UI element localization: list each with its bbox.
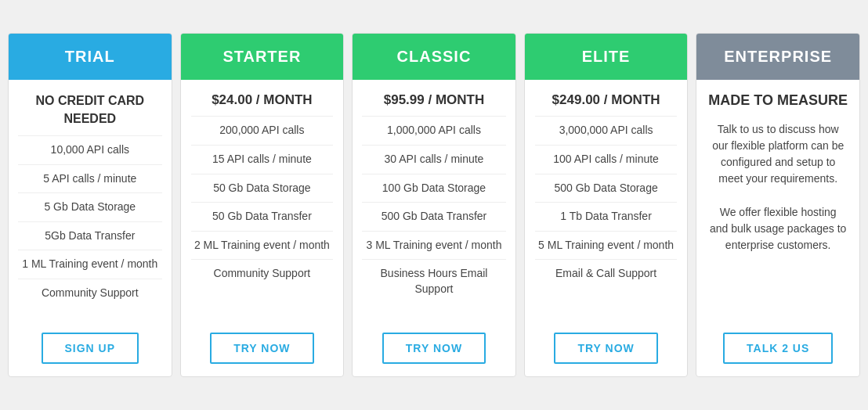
enterprise-talk2us-button[interactable]: TALK 2 US bbox=[723, 333, 833, 364]
classic-price: $95.99 / MONTH bbox=[384, 92, 485, 108]
starter-feature-6: Community Support bbox=[191, 259, 333, 288]
enterprise-desc2: We offer flexible hosting and bulk usage… bbox=[706, 200, 850, 258]
elite-button-area: TRY NOW bbox=[525, 320, 688, 376]
elite-feature-6: Email & Call Support bbox=[535, 259, 677, 288]
plan-card-elite: ELITE $249.00 / MONTH 3,000,000 API call… bbox=[524, 33, 689, 376]
classic-feature-4: 500 Gb Data Transfer bbox=[362, 202, 506, 231]
classic-feature-5: 3 ML Training event / month bbox=[362, 231, 506, 260]
elite-feature-1: 3,000,000 API calls bbox=[535, 116, 677, 145]
plan-header-classic: CLASSIC bbox=[353, 34, 515, 80]
trial-feature-1: 10,000 API calls bbox=[18, 135, 162, 164]
plan-card-classic: CLASSIC $95.99 / MONTH 1,000,000 API cal… bbox=[352, 33, 516, 376]
pricing-container: TRIAL NO CREDIT CARD NEEDED 10,000 API c… bbox=[8, 33, 860, 376]
classic-feature-2: 30 API calls / minute bbox=[362, 145, 506, 174]
trial-feature-6: Community Support bbox=[18, 279, 162, 308]
trial-feature-2: 5 API calls / minute bbox=[18, 164, 162, 193]
plan-card-trial: TRIAL NO CREDIT CARD NEEDED 10,000 API c… bbox=[8, 33, 172, 376]
starter-feature-5: 2 ML Training event / month bbox=[191, 231, 333, 260]
plan-card-enterprise: ENTERPRISE MADE TO MEASURE Talk to us to… bbox=[696, 33, 860, 376]
trial-no-credit: NO CREDIT CARD NEEDED bbox=[18, 92, 162, 128]
plan-header-trial: TRIAL bbox=[9, 34, 172, 80]
starter-feature-1: 200,000 API calls bbox=[191, 116, 333, 145]
elite-price: $249.00 / MONTH bbox=[552, 92, 660, 108]
starter-price: $24.00 / MONTH bbox=[212, 92, 313, 108]
elite-feature-4: 1 Tb Data Transfer bbox=[535, 202, 677, 231]
classic-feature-6: Business Hours Email Support bbox=[362, 259, 506, 303]
plan-body-elite: $249.00 / MONTH 3,000,000 API calls 100 … bbox=[526, 80, 686, 319]
enterprise-desc1: Talk to us to discuss how our flexible p… bbox=[706, 117, 850, 192]
elite-trynow-button[interactable]: TRY NOW bbox=[554, 333, 657, 364]
elite-feature-5: 5 ML Training event / month bbox=[535, 231, 677, 260]
elite-feature-2: 100 API calls / minute bbox=[535, 145, 677, 174]
starter-trynow-button[interactable]: TRY NOW bbox=[210, 333, 313, 364]
elite-feature-3: 500 Gb Data Storage bbox=[535, 174, 677, 203]
plan-body-trial: NO CREDIT CARD NEEDED 10,000 API calls 5… bbox=[9, 80, 172, 319]
starter-feature-3: 50 Gb Data Storage bbox=[191, 174, 333, 203]
classic-button-area: TRY NOW bbox=[353, 320, 515, 376]
classic-trynow-button[interactable]: TRY NOW bbox=[382, 333, 486, 364]
enterprise-button-area: TALK 2 US bbox=[696, 320, 859, 376]
plan-header-starter: STARTER bbox=[181, 34, 344, 80]
starter-feature-2: 15 API calls / minute bbox=[191, 145, 333, 174]
trial-feature-4: 5Gb Data Transfer bbox=[18, 221, 162, 250]
trial-button-area: SIGN UP bbox=[9, 320, 172, 376]
trial-feature-3: 5 Gb Data Storage bbox=[18, 192, 162, 221]
starter-feature-4: 50 Gb Data Transfer bbox=[191, 202, 333, 231]
plan-header-enterprise: ENTERPRISE bbox=[696, 34, 859, 80]
plan-body-classic: $95.99 / MONTH 1,000,000 API calls 30 AP… bbox=[353, 80, 515, 319]
trial-feature-5: 1 ML Training event / month bbox=[18, 250, 162, 279]
enterprise-title: MADE TO MEASURE bbox=[708, 92, 848, 109]
classic-feature-3: 100 Gb Data Storage bbox=[362, 174, 506, 203]
trial-signup-button[interactable]: SIGN UP bbox=[42, 333, 139, 364]
plan-body-starter: $24.00 / MONTH 200,000 API calls 15 API … bbox=[182, 80, 342, 319]
classic-feature-1: 1,000,000 API calls bbox=[362, 116, 506, 145]
plan-card-starter: STARTER $24.00 / MONTH 200,000 API calls… bbox=[180, 33, 345, 376]
starter-button-area: TRY NOW bbox=[181, 320, 344, 376]
plan-body-enterprise: MADE TO MEASURE Talk to us to discuss ho… bbox=[696, 80, 859, 319]
plan-header-elite: ELITE bbox=[525, 34, 688, 80]
